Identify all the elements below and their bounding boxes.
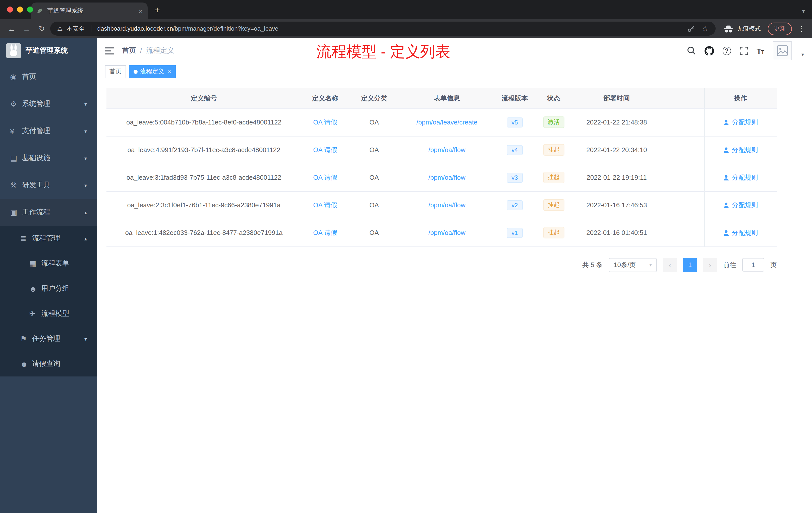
definition-name-link[interactable]: OA 请假 xyxy=(313,146,337,153)
form-icon: ▦ xyxy=(29,259,41,268)
user-icon xyxy=(723,175,729,180)
back-icon[interactable]: ← xyxy=(5,24,18,33)
page-size-value: 10条/页 xyxy=(614,260,636,269)
person-icon: ☻ xyxy=(20,360,32,368)
sidebar-item-process-form[interactable]: ▦ 流程表单 xyxy=(0,251,97,276)
sidebar-item-system[interactable]: ⚙ 系统管理 ▾ xyxy=(0,90,97,117)
sidebar-item-process-management[interactable]: ≣ 流程管理 ▴ xyxy=(0,226,97,251)
sidebar-item-devtools[interactable]: ⚒ 研发工具 ▾ xyxy=(0,172,97,199)
github-icon[interactable] xyxy=(704,46,714,56)
definition-name-link[interactable]: OA 请假 xyxy=(313,118,337,126)
fullscreen-icon[interactable] xyxy=(740,47,748,55)
window-controls[interactable] xyxy=(7,6,33,12)
tab-search-icon[interactable]: ▾ xyxy=(802,7,805,14)
goto-unit: 页 xyxy=(770,260,777,269)
definition-name-link[interactable]: OA 请假 xyxy=(313,174,337,181)
goto-page-input[interactable] xyxy=(742,258,764,272)
form-link[interactable]: /bpm/oa/flow xyxy=(428,174,465,181)
logo-avatar xyxy=(6,43,21,58)
incognito-badge: 无痕模式 xyxy=(724,24,761,33)
tag-label: 首页 xyxy=(110,67,121,76)
tab-close-icon[interactable]: × xyxy=(139,7,143,15)
cell-deploy-time: 2022-01-16 01:40:51 xyxy=(573,219,661,246)
tag-process-definition[interactable]: 流程定义 × xyxy=(129,65,176,78)
version-badge: v1 xyxy=(506,228,523,238)
chevron-down-icon: ▾ xyxy=(649,262,652,268)
sidebar-item-home[interactable]: ◉ 首页 xyxy=(0,63,97,90)
tag-close-icon[interactable]: × xyxy=(168,68,171,75)
browser-update-button[interactable]: 更新 xyxy=(768,22,792,35)
address-bar[interactable]: ⚠ 不安全 dashboard.yudao.iocoder.cn/bpm/man… xyxy=(50,22,716,36)
active-dot xyxy=(134,69,138,73)
browser-toolbar: ← → ↻ ⚠ 不安全 dashboard.yudao.iocoder.cn/b… xyxy=(0,19,812,38)
sidebar-collapse-icon[interactable] xyxy=(105,47,114,55)
sidebar-item-infrastructure[interactable]: ▤ 基础设施 ▾ xyxy=(0,145,97,172)
page-size-select[interactable]: 10条/页 ▾ xyxy=(609,258,657,272)
sidebar-item-label: 研发工具 xyxy=(22,181,50,190)
pagination: 共 5 条 10条/页 ▾ ‹ 1 › 前往 页 xyxy=(107,258,777,272)
browser-menu-icon[interactable]: ⋮ xyxy=(798,25,805,33)
password-key-icon[interactable] xyxy=(687,25,695,32)
form-link[interactable]: /bpm/oa/flow xyxy=(428,229,465,236)
cell-filler xyxy=(661,219,704,246)
minimize-window-button[interactable] xyxy=(17,6,23,12)
form-link[interactable]: /bpm/oa/flow xyxy=(428,201,465,209)
form-link[interactable]: /bpm/oa/flow xyxy=(428,146,465,154)
sidebar-item-task-management[interactable]: ⚑ 任务管理 ▾ xyxy=(0,326,97,351)
version-badge: v2 xyxy=(506,200,523,210)
assign-rule-link[interactable]: 分配规则 xyxy=(723,118,758,127)
browser-tab[interactable]: 芋道管理系统 × xyxy=(31,2,148,19)
cell-filler xyxy=(661,109,704,136)
assign-rule-link[interactable]: 分配规则 xyxy=(723,145,758,154)
incognito-label: 无痕模式 xyxy=(737,24,761,33)
forward-icon[interactable]: → xyxy=(20,24,33,33)
tag-home[interactable]: 首页 xyxy=(105,65,126,78)
sidebar-item-workflow[interactable]: ▣ 工作流程 ▴ xyxy=(0,199,97,226)
assign-rule-link[interactable]: 分配规则 xyxy=(723,201,758,210)
sidebar-item-label: 基础设施 xyxy=(22,154,50,163)
breadcrumb-current: 流程定义 xyxy=(146,46,174,55)
sidebar-item-payment[interactable]: ¥ 支付管理 ▾ xyxy=(0,117,97,145)
address-divider xyxy=(91,25,91,32)
definition-name-link[interactable]: OA 请假 xyxy=(313,201,337,209)
sidebar-item-leave-query[interactable]: ☻ 请假查询 xyxy=(0,351,97,376)
close-window-button[interactable] xyxy=(7,6,13,12)
cell-category: OA xyxy=(349,136,399,163)
user-icon xyxy=(723,202,729,208)
version-badge: v4 xyxy=(506,145,523,155)
sidebar-item-process-model[interactable]: ✈ 流程模型 xyxy=(0,301,97,326)
chevron-down-icon: ▾ xyxy=(84,336,87,341)
status-badge: 激活 xyxy=(543,117,564,128)
zoom-window-button[interactable] xyxy=(27,6,33,12)
help-icon[interactable]: ? xyxy=(722,47,731,55)
avatar-caret-icon[interactable]: ▾ xyxy=(802,52,804,57)
briefcase-icon: ▣ xyxy=(10,208,22,217)
col-status: 状态 xyxy=(535,88,573,109)
incognito-icon xyxy=(724,24,733,33)
font-size-icon[interactable]: TT xyxy=(756,47,764,55)
search-icon[interactable] xyxy=(687,46,696,55)
chevron-down-icon: ▾ xyxy=(84,155,87,161)
page-1-button[interactable]: 1 xyxy=(683,258,697,272)
new-tab-button[interactable]: + xyxy=(155,5,160,16)
assign-rule-link[interactable]: 分配规则 xyxy=(723,228,758,237)
prev-page-button[interactable]: ‹ xyxy=(663,258,677,272)
bookmark-star-icon[interactable]: ☆ xyxy=(702,24,708,33)
cell-id: oa_leave:2:3c1f0ef1-76b1-11ec-9c66-a2380… xyxy=(107,191,301,219)
form-link[interactable]: /bpm/oa/leave/create xyxy=(416,118,477,126)
browser-tabstrip: 芋道管理系统 × + ▾ xyxy=(0,0,812,19)
next-page-button[interactable]: › xyxy=(703,258,717,272)
definition-name-link[interactable]: OA 请假 xyxy=(313,229,337,236)
table-header-row: 定义编号 定义名称 定义分类 表单信息 流程版本 状态 部署时间 操作 xyxy=(107,88,777,109)
reload-icon[interactable]: ↻ xyxy=(35,24,48,33)
url-text[interactable]: dashboard.yudao.iocoder.cn/bpm/manager/d… xyxy=(97,25,279,32)
app: 芋道管理系统 ◉ 首页 ⚙ 系统管理 ▾ ¥ 支付管理 ▾ ▤ 基础设施 ▾ xyxy=(0,38,812,513)
tools-icon: ⚒ xyxy=(10,181,22,190)
user-avatar[interactable] xyxy=(773,41,792,60)
breadcrumb-home[interactable]: 首页 xyxy=(122,46,136,55)
assign-rule-link[interactable]: 分配规则 xyxy=(723,173,758,182)
col-filler xyxy=(661,88,704,109)
address-bar-actions: ☆ xyxy=(687,24,708,33)
flag-icon: ⚑ xyxy=(20,334,32,343)
sidebar-item-user-group[interactable]: ☻ 用户分组 xyxy=(0,276,97,301)
